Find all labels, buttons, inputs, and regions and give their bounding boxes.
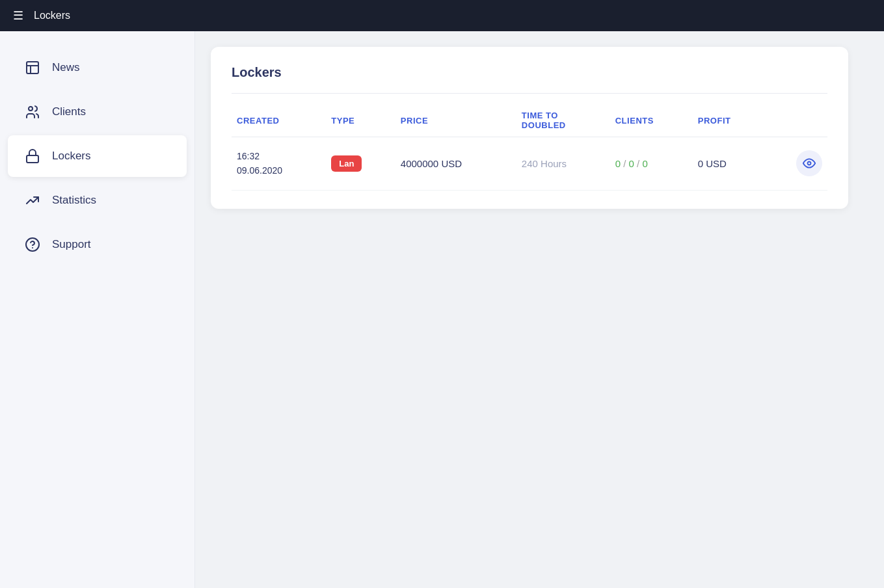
cell-created: 16:32 09.06.2020 [232, 137, 326, 191]
topbar-title: Lockers [34, 10, 70, 21]
cell-price: 4000000 USD [395, 137, 516, 191]
menu-icon[interactable]: ☰ [13, 8, 23, 23]
sidebar-item-news[interactable]: News [8, 47, 187, 88]
cell-type: Lan [326, 137, 395, 191]
svg-rect-4 [27, 155, 38, 163]
lockers-icon [23, 147, 42, 165]
col-time-to-doubled: TIME TODOUBLED [516, 104, 610, 137]
svg-rect-0 [27, 62, 38, 74]
news-icon [23, 59, 42, 77]
sidebar: News Clients Lockers [0, 31, 195, 588]
col-price: PRICE [395, 104, 516, 137]
sidebar-item-statistics[interactable]: Statistics [8, 180, 187, 221]
col-type: TYPE [326, 104, 395, 137]
clients-icon [23, 103, 42, 121]
sidebar-item-label: Statistics [52, 194, 96, 207]
sidebar-item-clients[interactable]: Clients [8, 91, 187, 133]
col-clients: CLIENTS [610, 104, 693, 137]
table-divider [232, 93, 827, 94]
lockers-table: CREATED TYPE PRICE TIME TODOUBLED CLIENT… [232, 104, 827, 191]
support-icon [23, 235, 42, 254]
svg-point-3 [29, 107, 33, 111]
sidebar-item-label: Lockers [52, 150, 91, 163]
main-content: Lockers CREATED TYPE PRICE TIME TODOUBLE… [195, 31, 884, 588]
topbar: ☰ Lockers [0, 0, 884, 31]
created-time: 16:32 [237, 149, 321, 163]
lockers-card: Lockers CREATED TYPE PRICE TIME TODOUBLE… [211, 47, 848, 209]
col-created: CREATED [232, 104, 326, 137]
cell-clients: 0 / 0 / 0 [610, 137, 693, 191]
table-row: 16:32 09.06.2020 Lan 4000000 USD 240 Hou… [232, 137, 827, 191]
view-button[interactable] [796, 150, 822, 176]
type-badge: Lan [331, 155, 362, 172]
created-date: 09.06.2020 [237, 163, 321, 178]
sidebar-item-lockers[interactable]: Lockers [8, 135, 187, 177]
sidebar-item-label: Clients [52, 105, 86, 118]
sidebar-item-label: News [52, 61, 80, 74]
sidebar-item-support[interactable]: Support [8, 224, 187, 265]
svg-point-7 [808, 162, 811, 165]
col-profit: PROFIT [693, 104, 766, 137]
sidebar-item-label: Support [52, 238, 91, 251]
cell-profit: 0 USD [693, 137, 766, 191]
cell-time-to-doubled: 240 Hours [516, 137, 610, 191]
eye-icon [803, 157, 816, 170]
cell-action [766, 137, 827, 191]
layout: News Clients Lockers [0, 31, 884, 588]
card-title: Lockers [232, 65, 827, 80]
col-action [766, 104, 827, 137]
clients-value: 0 / 0 / 0 [615, 158, 648, 169]
statistics-icon [23, 191, 42, 209]
